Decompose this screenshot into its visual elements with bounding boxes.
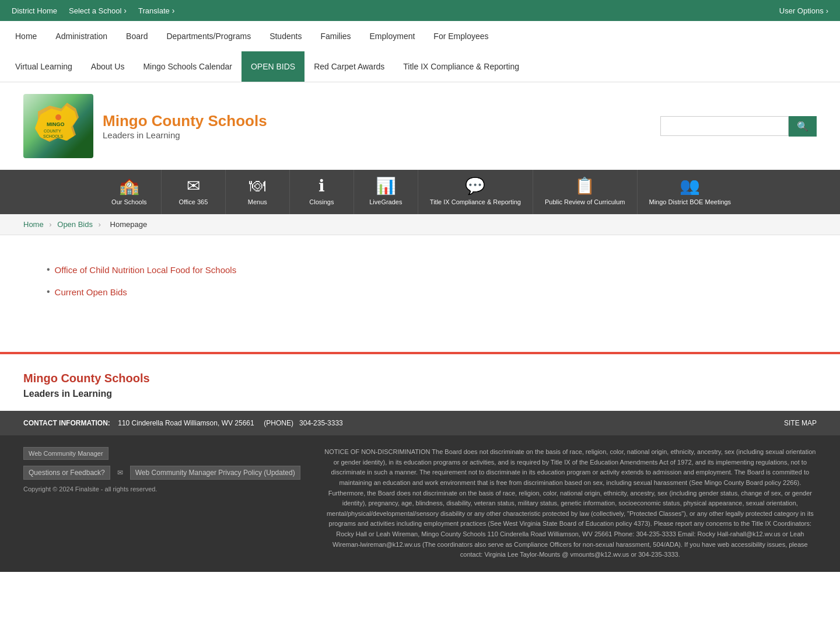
quick-link-public-review-of-curriculum[interactable]: 📋Public Review of Curriculum: [533, 170, 638, 214]
footer-sitemap-link[interactable]: SITE MAP: [784, 419, 817, 427]
main-content: Office of Child Nutrition Local Food for…: [0, 235, 840, 352]
quick-link-livegrades[interactable]: 📊LiveGrades: [354, 170, 418, 214]
search-input[interactable]: [660, 116, 789, 136]
translate-link[interactable]: Translate: [138, 6, 174, 15]
quick-link-label-closings: Closings: [309, 198, 334, 206]
quick-link-mingo-district-boe-meetings[interactable]: 👥Mingo District BOE Meetings: [638, 170, 743, 214]
quick-link-icon-public-review-of-curriculum: 📋: [575, 178, 595, 194]
quick-link-icon-mingo-district-boe-meetings: 👥: [680, 178, 700, 194]
site-tagline: Leaders in Learning: [103, 130, 267, 140]
footer-address: 110 Cinderella Road Williamson, WV 25661: [118, 419, 254, 427]
quick-link-label-menus: Menus: [248, 198, 267, 206]
nav-item-board: Board: [117, 21, 157, 51]
nav-link-students[interactable]: Students: [260, 21, 311, 51]
nav-link-departments/programs[interactable]: Departments/Programs: [157, 21, 260, 51]
quick-link-icon-closings: ℹ: [318, 178, 325, 194]
quick-link-icon-our-schools: 🏫: [119, 178, 139, 194]
breadcrumb-open-bids[interactable]: Open Bids: [57, 220, 93, 229]
nav-item-mingo-schools-calendar: Mingo Schools Calendar: [134, 51, 242, 82]
nav-item-home: Home: [6, 21, 46, 51]
list-item: Current Open Bids: [47, 281, 793, 303]
footer-phone-label: (PHONE): [264, 419, 293, 427]
nav-link-about-us[interactable]: About Us: [82, 51, 134, 82]
nav-link-employment[interactable]: Employment: [360, 21, 425, 51]
site-name: Mingo County Schools: [103, 112, 267, 130]
svg-point-5: [55, 114, 61, 120]
nav-link-open-bids[interactable]: OPEN BIDS: [242, 51, 304, 82]
footer-contact: CONTACT INFORMATION: 110 Cinderella Road…: [0, 411, 840, 435]
quick-link-label-our-schools: Our Schools: [111, 198, 147, 206]
footer-bottom: Web Community Manager Questions or Feedb…: [0, 435, 840, 572]
svg-text:MINGO: MINGO: [47, 121, 65, 127]
breadcrumb: Home › Open Bids › Homepage: [0, 214, 840, 235]
logo-svg: MINGO COUNTY SCHOOLS: [29, 100, 88, 152]
nav-row-1: HomeAdministrationBoardDepartments/Progr…: [0, 21, 840, 51]
quick-link-our-schools[interactable]: 🏫Our Schools: [97, 170, 162, 214]
nav-item-employment: Employment: [360, 21, 425, 51]
quick-link-icon-menus: 🍽: [249, 178, 265, 194]
logo-image: MINGO COUNTY SCHOOLS: [23, 94, 93, 158]
quick-link-icon-livegrades: 📊: [376, 178, 396, 194]
nav-item-students: Students: [260, 21, 311, 51]
nav-item-for-employees: For Employees: [424, 21, 498, 51]
quick-link-label-office-365: Office 365: [178, 198, 208, 206]
site-title: Mingo County Schools Leaders in Learning: [103, 112, 267, 140]
footer-top: Mingo County Schools Leaders in Learning: [0, 352, 840, 411]
footer-contact-label: CONTACT INFORMATION:: [23, 419, 110, 427]
content-links-list: Office of Child Nutrition Local Food for…: [47, 259, 793, 303]
footer-school-name: Mingo County Schools: [23, 372, 817, 385]
nav-item-title-ix-compliance-&-reporting: Title IX Compliance & Reporting: [394, 51, 528, 82]
user-options-link[interactable]: User Options ›: [779, 6, 828, 15]
quick-links-bar: 🏫Our Schools✉Office 365🍽MenusℹClosings📊L…: [0, 170, 840, 214]
quick-link-icon-title-ix-compliance-&-reporting: 💬: [465, 178, 485, 194]
footer-wcm-section: Web Community Manager Questions or Feedb…: [23, 447, 300, 493]
search-button[interactable]: 🔍: [789, 116, 817, 137]
breadcrumb-home[interactable]: Home: [23, 220, 44, 229]
select-school-link[interactable]: Select a School: [69, 6, 127, 15]
quick-link-title-ix-compliance-&-reporting[interactable]: 💬Title IX Compliance & Reporting: [418, 170, 533, 214]
wcm-logo: Web Community Manager: [23, 447, 108, 460]
content-link-office-of-child-nutrition-loca[interactable]: Office of Child Nutrition Local Food for…: [55, 265, 237, 275]
nav-row-2: Virtual LearningAbout UsMingo Schools Ca…: [0, 51, 840, 82]
nav-link-for-employees[interactable]: For Employees: [424, 21, 498, 51]
nav-link-virtual-learning[interactable]: Virtual Learning: [6, 51, 82, 82]
quick-link-label-title-ix-compliance-&-reporting: Title IX Compliance & Reporting: [430, 198, 521, 206]
nav-link-administration[interactable]: Administration: [46, 21, 117, 51]
district-home-link[interactable]: District Home: [12, 6, 57, 15]
nav-link-title-ix-compliance-&-reporting[interactable]: Title IX Compliance & Reporting: [394, 51, 528, 82]
quick-link-menus[interactable]: 🍽Menus: [226, 170, 290, 214]
nav-item-departments/programs: Departments/Programs: [157, 21, 260, 51]
nav-item-administration: Administration: [46, 21, 117, 51]
nav-item-red-carpet-awards: Red Carpet Awards: [304, 51, 394, 82]
nav-item-open-bids: OPEN BIDS: [242, 51, 304, 82]
nav-link-families[interactable]: Families: [311, 21, 360, 51]
quick-link-office-365[interactable]: ✉Office 365: [162, 170, 226, 214]
main-nav: HomeAdministrationBoardDepartments/Progr…: [0, 21, 840, 82]
footer-copyright: Copyright © 2024 Finalsite - all rights …: [23, 486, 157, 493]
site-header: MINGO COUNTY SCHOOLS Mingo County School…: [0, 82, 840, 170]
content-link-current-open-bids[interactable]: Current Open Bids: [55, 287, 127, 297]
quick-link-closings[interactable]: ℹClosings: [290, 170, 354, 214]
nav-link-red-carpet-awards[interactable]: Red Carpet Awards: [304, 51, 394, 82]
nav-item-families: Families: [311, 21, 360, 51]
wcm-logo-box: Web Community Manager: [23, 447, 108, 460]
nav-link-mingo-schools-calendar[interactable]: Mingo Schools Calendar: [134, 51, 242, 82]
svg-text:SCHOOLS: SCHOOLS: [43, 134, 64, 138]
privacy-link[interactable]: Web Community Manager Privacy Policy (Up…: [130, 466, 300, 480]
footer-tagline: Leaders in Learning: [23, 389, 817, 399]
quick-link-label-public-review-of-curriculum: Public Review of Curriculum: [545, 198, 625, 206]
feedback-link[interactable]: Questions or Feedback?: [23, 466, 110, 480]
quick-link-label-livegrades: LiveGrades: [369, 198, 402, 206]
footer-notice: NOTICE OF NON-DISCRIMINATION The Board d…: [324, 447, 817, 560]
svg-text:COUNTY: COUNTY: [44, 129, 61, 133]
quick-link-label-mingo-district-boe-meetings: Mingo District BOE Meetings: [649, 198, 732, 206]
list-item: Office of Child Nutrition Local Food for…: [47, 259, 793, 281]
nav-link-board[interactable]: Board: [117, 21, 157, 51]
breadcrumb-current: Homepage: [110, 220, 148, 229]
search-area: 🔍: [660, 116, 817, 137]
footer-links: Questions or Feedback? ✉ Web Community M…: [23, 466, 300, 480]
nav-link-home[interactable]: Home: [6, 21, 46, 51]
top-bar: District Home Select a School Translate …: [0, 0, 840, 21]
footer-phone: 304-235-3333: [299, 419, 343, 427]
nav-item-virtual-learning: Virtual Learning: [6, 51, 82, 82]
